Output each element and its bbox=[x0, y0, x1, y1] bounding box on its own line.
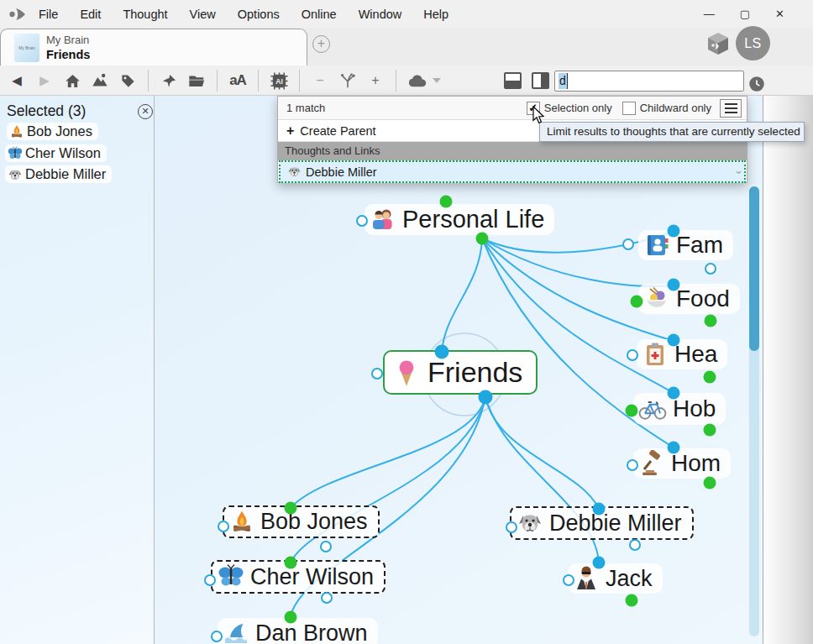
thought-node-hea[interactable]: Hea bbox=[637, 339, 727, 369]
pushpin-icon[interactable] bbox=[159, 71, 179, 91]
selected-item-bob-jones[interactable]: Bob Jones bbox=[7, 123, 98, 140]
toggle-right-panel-icon[interactable] bbox=[532, 72, 549, 89]
gate-dot[interactable] bbox=[435, 345, 449, 359]
childward-only-checkbox[interactable] bbox=[622, 102, 636, 115]
gate-dot[interactable] bbox=[668, 387, 680, 400]
selected-item-debbie-miller[interactable]: Debbie Miller bbox=[5, 165, 112, 183]
folder-icon[interactable] bbox=[186, 71, 207, 91]
collapse-level-button[interactable]: − bbox=[310, 71, 330, 91]
selected-panel-close-icon[interactable]: ✕ bbox=[138, 104, 153, 119]
menu-help[interactable]: Help bbox=[423, 8, 448, 21]
menu-view[interactable]: View bbox=[190, 8, 216, 21]
gate-ring[interactable] bbox=[211, 631, 223, 642]
gate-dot[interactable] bbox=[704, 424, 716, 437]
tag-icon[interactable] bbox=[118, 71, 138, 91]
toolbar-separator bbox=[299, 70, 300, 92]
gate-dot[interactable] bbox=[285, 502, 297, 515]
ai-assistant-icon[interactable] bbox=[269, 71, 289, 91]
thought-node-friends-active[interactable]: Friends bbox=[383, 350, 538, 395]
tab-thought-name: Friends bbox=[46, 47, 90, 62]
thought-node-dan-brown[interactable]: Dan Brown bbox=[218, 618, 378, 644]
gate-dot[interactable] bbox=[668, 442, 680, 454]
thought-node-cher-wilson[interactable]: Cher Wilson bbox=[211, 560, 386, 594]
selected-item-cher-wilson[interactable]: Cher Wilson bbox=[5, 144, 107, 162]
childward-only-label[interactable]: Childward only bbox=[640, 102, 711, 114]
thought-label: Personal Life bbox=[402, 206, 544, 233]
home-icon[interactable] bbox=[62, 71, 82, 91]
thought-node-jack[interactable]: Jack bbox=[568, 563, 663, 594]
gate-ring[interactable] bbox=[506, 521, 517, 533]
gate-ring[interactable] bbox=[218, 521, 229, 532]
gate-dot[interactable] bbox=[285, 557, 297, 569]
toggle-bottom-panel-icon[interactable] bbox=[504, 72, 522, 89]
gate-dot[interactable] bbox=[476, 233, 489, 245]
thought-node-fam[interactable]: Fam bbox=[638, 230, 733, 260]
gate-dot[interactable] bbox=[626, 594, 638, 607]
thought-node-bob-jones[interactable]: Bob Jones bbox=[223, 505, 380, 538]
gate-dot[interactable] bbox=[479, 390, 493, 405]
search-result-debbie-miller[interactable]: Debbie Miller bbox=[279, 160, 746, 183]
gate-ring[interactable] bbox=[321, 592, 333, 604]
gate-ring[interactable] bbox=[356, 215, 368, 227]
menu-options[interactable]: Options bbox=[238, 8, 280, 21]
gate-dot[interactable] bbox=[593, 557, 606, 569]
thought-label: Friends bbox=[427, 356, 522, 389]
cloud-sync-icon[interactable] bbox=[406, 71, 427, 91]
brainbox-icon[interactable] bbox=[705, 30, 732, 57]
cloud-dropdown-caret-icon[interactable] bbox=[433, 78, 441, 83]
thought-node-hom[interactable]: Hom bbox=[633, 448, 731, 479]
gate-ring[interactable] bbox=[563, 574, 574, 586]
menu-thought[interactable]: Thought bbox=[123, 8, 167, 21]
search-input[interactable]: d bbox=[554, 71, 744, 92]
history-clock-icon[interactable] bbox=[748, 76, 765, 92]
tab-my-brain[interactable]: My Brain My Brain Friends bbox=[0, 29, 307, 66]
gate-ring[interactable] bbox=[627, 459, 638, 471]
gate-dot[interactable] bbox=[668, 334, 680, 347]
account-avatar[interactable]: LS bbox=[736, 26, 770, 60]
pin-thoughts-icon[interactable] bbox=[90, 71, 110, 91]
gate-dot[interactable] bbox=[593, 503, 606, 516]
back-icon[interactable]: ◀ bbox=[7, 71, 27, 91]
text-size-button[interactable]: aA bbox=[228, 71, 248, 91]
menu-online[interactable]: Online bbox=[302, 8, 337, 21]
gate-dot[interactable] bbox=[704, 477, 716, 490]
gate-dot[interactable] bbox=[440, 196, 453, 208]
expand-tree-icon[interactable] bbox=[338, 71, 358, 91]
gate-dot[interactable] bbox=[705, 315, 717, 327]
selection-only-label[interactable]: Selection only bbox=[544, 102, 612, 114]
gate-dot[interactable] bbox=[668, 279, 680, 291]
thought-node-food[interactable]: Food bbox=[638, 284, 740, 314]
minimize-button[interactable]: — bbox=[704, 8, 715, 20]
scroll-chevron-icon[interactable]: ⌄ bbox=[734, 164, 743, 176]
gate-dot[interactable] bbox=[626, 405, 638, 417]
thought-label: Hea bbox=[674, 341, 717, 368]
gate-ring[interactable] bbox=[622, 238, 634, 250]
close-button[interactable]: ✕ bbox=[775, 8, 784, 20]
collapsed-right-panel[interactable] bbox=[763, 96, 813, 644]
gate-dot[interactable] bbox=[285, 611, 297, 624]
gate-ring[interactable] bbox=[705, 263, 716, 275]
plex-scrollbar-thumb[interactable] bbox=[749, 186, 759, 351]
thought-label: Bob Jones bbox=[260, 509, 368, 535]
menu-file[interactable]: File bbox=[39, 8, 58, 21]
gate-dot[interactable] bbox=[631, 296, 643, 308]
thought-node-personal-life[interactable]: Personal Life bbox=[365, 204, 554, 235]
gate-ring[interactable] bbox=[629, 539, 641, 551]
thought-node-hob[interactable]: Hob bbox=[633, 393, 726, 425]
gate-dot[interactable] bbox=[704, 371, 716, 384]
selected-panel-title: Selected (3) bbox=[7, 102, 86, 120]
search-options-menu-icon[interactable] bbox=[720, 99, 742, 118]
expand-level-button[interactable]: + bbox=[365, 71, 386, 91]
menu-window[interactable]: Window bbox=[359, 8, 402, 21]
toolbar-left-group: ◀ ▶ aA − + bbox=[7, 65, 441, 96]
gate-ring[interactable] bbox=[320, 541, 332, 552]
new-tab-button[interactable]: + bbox=[312, 35, 330, 53]
forward-icon[interactable]: ▶ bbox=[34, 71, 55, 91]
gate-ring[interactable] bbox=[371, 368, 383, 380]
thought-label: Dan Brown bbox=[255, 620, 368, 644]
menu-edit[interactable]: Edit bbox=[80, 8, 101, 21]
gate-dot[interactable] bbox=[668, 225, 680, 238]
gate-ring[interactable] bbox=[627, 349, 638, 361]
maximize-button[interactable]: ▢ bbox=[740, 8, 750, 20]
gate-ring[interactable] bbox=[204, 574, 216, 586]
